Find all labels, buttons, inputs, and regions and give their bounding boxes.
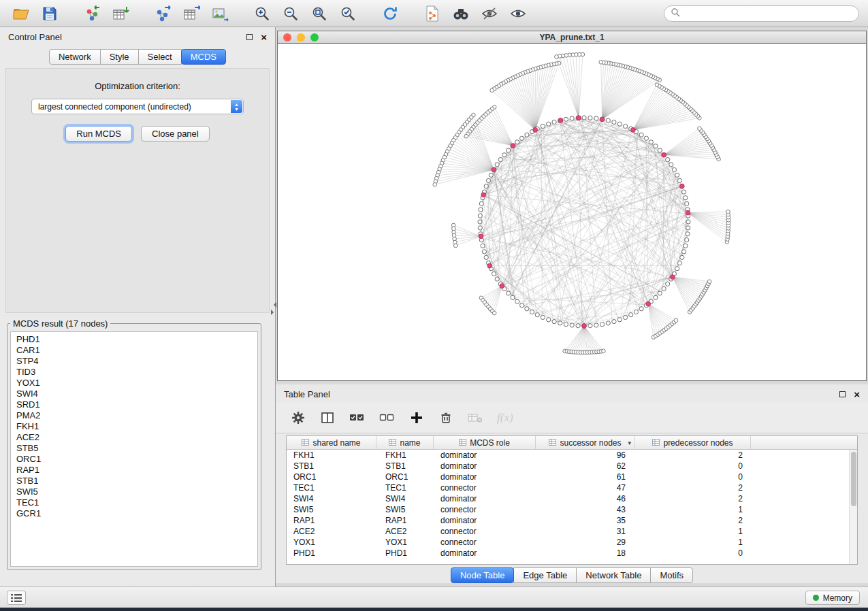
- column-header-MCDS-role[interactable]: MCDS role: [434, 436, 536, 449]
- table-tab-network-table[interactable]: Network Table: [576, 567, 651, 583]
- import-network-icon[interactable]: [78, 3, 106, 24]
- mcds-result-item[interactable]: PHD1: [11, 334, 257, 345]
- refresh-layout-icon[interactable]: [376, 3, 404, 24]
- optimization-criterion-select[interactable]: largest connected component (undirected)…: [31, 99, 244, 114]
- application-window: Control Panel × NetworkStyleSelectMCDS O…: [0, 0, 868, 608]
- cell: connector: [434, 483, 536, 493]
- table-tab-node-table[interactable]: Node Table: [451, 567, 515, 583]
- eye-icon[interactable]: [504, 3, 532, 24]
- close-table-panel-button[interactable]: ×: [854, 391, 860, 397]
- cell: ORC1: [376, 472, 434, 482]
- mcds-result-item[interactable]: TID3: [11, 367, 257, 378]
- table-tab-edge-table[interactable]: Edge Table: [513, 567, 577, 583]
- table-row[interactable]: TEC1TEC1connector472: [287, 482, 849, 493]
- table-row[interactable]: RAP1RAP1dominator352: [287, 515, 849, 526]
- tab-style[interactable]: Style: [100, 49, 139, 65]
- table-panel: Table Panel ×: [276, 384, 868, 583]
- node-table: shared namenameMCDS rolesuccessor nodes▾…: [286, 435, 858, 565]
- table-scrollbar[interactable]: [849, 450, 857, 564]
- eye-slash-icon[interactable]: [475, 3, 504, 24]
- export-table-icon[interactable]: [177, 3, 206, 24]
- zoom-in-icon[interactable]: [248, 3, 276, 24]
- cell: connector: [434, 527, 536, 536]
- mcds-result-item[interactable]: ACE2: [11, 432, 257, 443]
- panel-splitter[interactable]: [271, 302, 276, 320]
- minimize-window-icon[interactable]: [297, 33, 305, 42]
- table-row[interactable]: STB1STB1dominator620: [287, 461, 849, 472]
- network-window-titlebar[interactable]: YPA_prune.txt_1: [278, 31, 866, 44]
- export-network-icon[interactable]: [148, 3, 177, 24]
- memory-button[interactable]: Memory: [805, 591, 860, 605]
- tab-mcds[interactable]: MCDS: [181, 49, 226, 65]
- table-row[interactable]: SWI4SWI4dominator462: [287, 493, 849, 504]
- run-mcds-button[interactable]: Run MCDS: [65, 126, 132, 142]
- cell: dominator: [434, 461, 536, 471]
- show-panels-button[interactable]: [7, 591, 26, 605]
- cell: RAP1: [287, 516, 376, 525]
- mcds-result-item[interactable]: SRD1: [11, 399, 257, 410]
- import-table-icon[interactable]: [106, 3, 135, 24]
- network-canvas[interactable]: [278, 44, 866, 380]
- search-input[interactable]: [664, 5, 859, 22]
- zoom-out-icon[interactable]: [276, 3, 305, 24]
- network-document-icon[interactable]: [418, 3, 447, 24]
- column-header-predecessor-nodes[interactable]: predecessor nodes: [635, 436, 751, 449]
- binoculars-icon[interactable]: [447, 3, 475, 24]
- zoom-fit-icon[interactable]: [305, 3, 334, 24]
- column-header-name[interactable]: name: [376, 436, 434, 449]
- table-row[interactable]: ACE2ACE2connector311: [287, 526, 849, 537]
- mcds-result-item[interactable]: CAR1: [11, 345, 257, 356]
- show-columns-icon[interactable]: [320, 410, 335, 426]
- table-row[interactable]: FKH1FKH1dominator962: [287, 450, 849, 461]
- close-panel-button[interactable]: ×: [261, 34, 267, 40]
- select-all-icon[interactable]: [349, 410, 365, 426]
- table-row[interactable]: YOX1YOX1connector291: [287, 537, 849, 548]
- zoom-selected-icon[interactable]: [334, 3, 362, 24]
- add-entry-icon[interactable]: [409, 410, 424, 426]
- close-panel-button-mcds[interactable]: Close panel: [141, 126, 210, 142]
- expand-right-icon[interactable]: [271, 310, 276, 315]
- search-field[interactable]: [684, 9, 852, 18]
- maximize-window-icon[interactable]: [310, 33, 319, 42]
- mcds-result-item[interactable]: SWI5: [11, 486, 257, 497]
- cell: 61: [536, 472, 635, 482]
- mcds-result-item[interactable]: GCR1: [11, 508, 257, 519]
- mcds-result-item[interactable]: STP4: [11, 356, 257, 367]
- collapse-left-icon[interactable]: [271, 302, 276, 308]
- cell: 2: [635, 516, 751, 525]
- cell: connector: [434, 538, 536, 547]
- table-scrollbar-thumb[interactable]: [851, 452, 856, 506]
- deselect-all-icon[interactable]: [379, 410, 395, 426]
- table-tab-motifs[interactable]: Motifs: [650, 567, 693, 583]
- table-row[interactable]: ORC1ORC1dominator610: [287, 472, 849, 482]
- float-panel-button[interactable]: [246, 34, 253, 40]
- save-session-icon[interactable]: [35, 3, 64, 24]
- mcds-result-item[interactable]: RAP1: [11, 465, 257, 476]
- cell: SWI4: [376, 494, 434, 503]
- close-window-icon[interactable]: [283, 33, 291, 42]
- mcds-result-item[interactable]: TEC1: [11, 497, 257, 508]
- open-file-icon[interactable]: [7, 3, 35, 24]
- node-table-header: shared namenameMCDS rolesuccessor nodes▾…: [287, 436, 857, 450]
- cell: 1: [635, 505, 751, 514]
- network-view-window: YPA_prune.txt_1: [277, 31, 867, 381]
- column-header-successor-nodes[interactable]: successor nodes▾: [536, 436, 635, 449]
- float-table-panel-button[interactable]: [839, 391, 846, 397]
- cell: 0: [635, 472, 751, 482]
- mcds-result-item[interactable]: PMA2: [11, 410, 257, 421]
- tab-network[interactable]: Network: [49, 49, 101, 65]
- mcds-result-item[interactable]: SWI4: [11, 389, 257, 399]
- column-header-shared-name[interactable]: shared name: [287, 436, 376, 449]
- mcds-result-item[interactable]: STB1: [11, 476, 257, 486]
- cell: 1: [635, 538, 751, 547]
- tab-select[interactable]: Select: [138, 49, 182, 65]
- mcds-result-item[interactable]: STB5: [11, 443, 257, 454]
- settings-gear-icon[interactable]: [291, 410, 306, 426]
- table-row[interactable]: SWI5SWI5connector431: [287, 504, 849, 515]
- table-row[interactable]: PHD1PHD1dominator180: [287, 548, 849, 559]
- delete-entries-icon[interactable]: [438, 410, 453, 426]
- mcds-result-item[interactable]: FKH1: [11, 421, 257, 432]
- export-image-icon[interactable]: [206, 3, 234, 24]
- mcds-result-item[interactable]: YOX1: [11, 378, 257, 389]
- mcds-result-item[interactable]: ORC1: [11, 454, 257, 465]
